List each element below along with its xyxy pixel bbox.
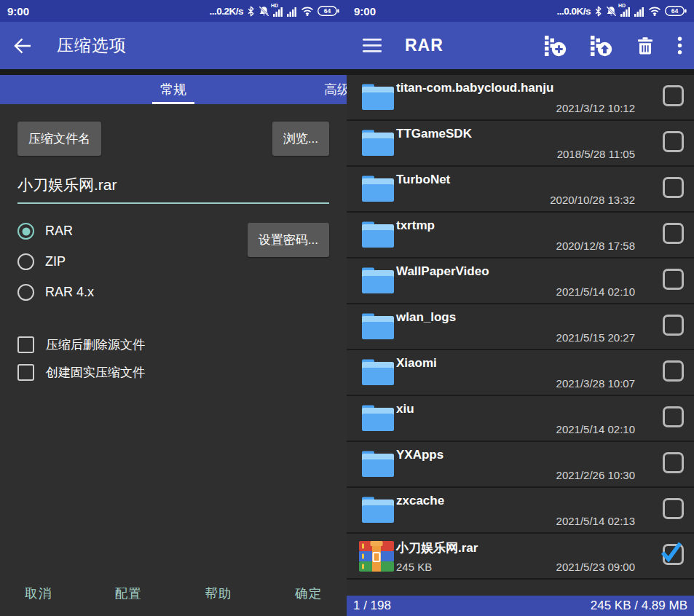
selection-size: 245 KB / 4.89 MB — [591, 599, 687, 613]
toolbar-actions — [544, 35, 682, 57]
file-row[interactable]: WallPaperVideo 2021/5/14 02:10 — [347, 258, 694, 304]
file-row[interactable]: TurboNet 2020/10/28 13:32 — [347, 167, 694, 213]
folder-icon — [361, 358, 395, 386]
file-date: 2020/12/8 17:58 — [556, 240, 635, 252]
browse-button[interactable]: 浏览... — [272, 122, 329, 156]
file-list: titan-com.babycloud.hanju 2021/3/12 10:1… — [347, 75, 694, 580]
cancel-button[interactable]: 取消 — [25, 585, 52, 602]
archive-extract-button[interactable] — [590, 35, 613, 57]
network-speed: ...0.0K/s — [556, 6, 591, 17]
file-row[interactable]: Xiaomi 2021/3/28 10:07 — [347, 350, 694, 396]
folder-icon — [361, 221, 395, 248]
format-label: RAR 4.x — [45, 285, 94, 300]
hd-badge: HD — [271, 3, 278, 8]
radio-icon[interactable] — [17, 223, 34, 240]
ok-button[interactable]: 确定 — [295, 585, 322, 602]
status-bar-left: 9:00 ...0.2K/s HD — [0, 0, 347, 22]
archive-name-button[interactable]: 压缩文件名 — [17, 122, 101, 156]
file-row[interactable]: YXApps 2021/2/26 10:30 — [347, 442, 694, 488]
archive-filename-input[interactable]: 小刀娱乐网.rar — [17, 175, 329, 204]
file-checkbox[interactable] — [663, 85, 684, 106]
tab-advanced[interactable]: 高级 — [324, 75, 347, 104]
file-name: txrtmp — [396, 218, 435, 233]
back-button[interactable] — [13, 37, 32, 55]
file-row[interactable]: zxcache 2021/5/14 02:13 — [347, 488, 694, 534]
tab-general[interactable]: 常规 — [160, 75, 186, 104]
file-date: 2021/2/26 10:30 — [556, 469, 635, 481]
radio-icon[interactable] — [17, 253, 34, 270]
set-password-button[interactable]: 设置密码... — [248, 223, 329, 257]
folder-icon — [361, 496, 395, 524]
file-row[interactable]: wlan_logs 2021/5/15 20:27 — [347, 304, 694, 350]
selection-status-bar: 1 / 198 245 KB / 4.89 MB — [347, 596, 694, 616]
dialog-footer: 取消配置帮助确定 — [0, 571, 347, 616]
file-row[interactable]: 小刀娱乐网.rar 245 KB 2021/5/23 09:00 — [347, 534, 694, 580]
menu-icon — [363, 39, 383, 52]
archive-add-button[interactable] — [544, 35, 567, 57]
file-checkbox[interactable] — [663, 269, 684, 290]
file-date: 2020/10/28 13:32 — [550, 194, 635, 206]
format-option-rar[interactable]: RAR — [17, 223, 94, 240]
profiles-button[interactable]: 配置 — [115, 585, 142, 602]
file-row[interactable]: xiu 2021/5/14 02:10 — [347, 396, 694, 442]
file-checkbox[interactable] — [663, 406, 684, 427]
mute-bell-icon — [606, 6, 617, 17]
file-name: titan-com.babycloud.hanju — [396, 81, 553, 95]
wifi-icon — [301, 6, 314, 16]
radio-icon[interactable] — [17, 284, 34, 301]
file-date: 2021/5/14 02:10 — [556, 285, 635, 298]
help-button[interactable]: 帮助 — [205, 585, 232, 602]
checkbox-icon[interactable] — [17, 364, 34, 381]
option-solid-archive[interactable]: 创建固实压缩文件 — [17, 364, 329, 381]
file-name: Xiaomi — [396, 356, 437, 371]
file-checkbox[interactable] — [663, 315, 684, 336]
mute-bell-icon — [259, 6, 269, 17]
file-size: 245 KB — [396, 561, 432, 573]
file-name: wlan_logs — [396, 310, 456, 325]
status-bar-right: 9:00 ...0.0K/s HD — [347, 0, 694, 22]
file-checkbox[interactable] — [663, 452, 684, 473]
wifi-icon — [648, 6, 661, 16]
clock: 9:00 — [354, 5, 376, 17]
archive-extract-icon — [590, 35, 613, 57]
status-icons: ...0.2K/s HD — [209, 6, 339, 17]
trash-icon — [636, 36, 655, 55]
hd-badge: HD — [618, 3, 626, 8]
file-checkbox[interactable] — [663, 360, 684, 382]
menu-button[interactable] — [363, 39, 383, 52]
divider — [0, 69, 347, 75]
folder-icon — [361, 266, 395, 294]
screenshot-pair: 9:00 ...0.2K/s HD — [0, 0, 694, 616]
file-name: zxcache — [396, 494, 444, 508]
format-label: RAR — [45, 224, 73, 239]
file-checkbox[interactable] — [663, 498, 684, 519]
format-option-rar4x[interactable]: RAR 4.x — [17, 284, 94, 301]
overflow-menu-button[interactable] — [677, 36, 682, 55]
delete-button[interactable] — [636, 36, 655, 55]
check-icon — [657, 539, 685, 566]
option-delete-source[interactable]: 压缩后删除源文件 — [17, 336, 329, 353]
file-checkbox[interactable] — [663, 131, 684, 152]
file-checkbox[interactable] — [663, 544, 684, 565]
file-date: 2021/5/14 02:10 — [556, 423, 635, 435]
file-row[interactable]: titan-com.babycloud.hanju 2021/3/12 10:1… — [347, 75, 694, 121]
folder-icon — [361, 404, 395, 432]
file-name: xiu — [396, 402, 414, 416]
signal-icon-2 — [287, 6, 297, 17]
file-date: 2021/3/12 10:12 — [556, 102, 635, 114]
file-row[interactable]: TTGameSDK 2018/5/28 11:05 — [347, 121, 694, 167]
file-date: 2021/5/15 20:27 — [556, 331, 635, 344]
file-checkbox[interactable] — [663, 177, 684, 198]
folder-icon — [361, 450, 395, 478]
file-name: TurboNet — [396, 173, 450, 187]
folder-icon — [361, 83, 395, 111]
signal-icon: HD — [620, 6, 631, 17]
checkbox-icon[interactable] — [17, 336, 34, 353]
file-checkbox[interactable] — [663, 223, 684, 244]
format-option-zip[interactable]: ZIP — [17, 253, 94, 270]
selection-count: 1 / 198 — [353, 599, 391, 613]
network-speed: ...0.2K/s — [209, 6, 243, 17]
file-row[interactable]: txrtmp 2020/12/8 17:58 — [347, 213, 694, 258]
option-label: 压缩后删除源文件 — [46, 336, 145, 353]
app-title: RAR — [405, 36, 443, 55]
